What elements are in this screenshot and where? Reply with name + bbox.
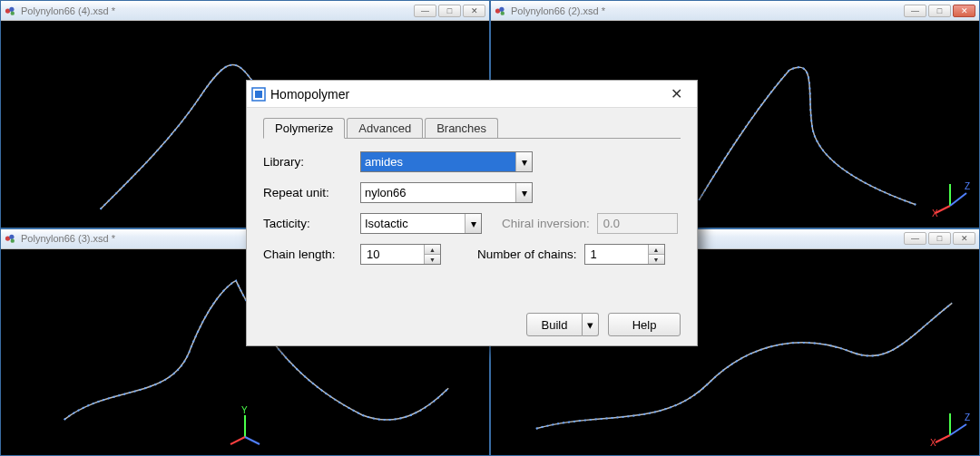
label-chiral-inversion: Chiral inversion: bbox=[502, 217, 590, 230]
repeat-unit-dropdown[interactable]: nylon66 ▾ bbox=[360, 182, 533, 203]
svg-point-1 bbox=[9, 6, 14, 11]
dialog-titlebar[interactable]: Homopolymer ✕ bbox=[247, 81, 697, 108]
build-split-button: Build ▾ bbox=[526, 313, 599, 336]
library-value: amides bbox=[361, 152, 515, 171]
label-num-chains: Number of chains: bbox=[477, 247, 577, 261]
num-chains-value[interactable]: 1 bbox=[585, 245, 648, 264]
minimize-button[interactable]: — bbox=[904, 5, 926, 17]
library-dropdown[interactable]: amides ▾ bbox=[360, 151, 533, 172]
spin-up-icon[interactable]: ▲ bbox=[649, 245, 664, 254]
viewport-titlebar[interactable]: Polynylon66 (4).xsd * — □ ✕ bbox=[1, 1, 489, 21]
svg-line-9 bbox=[950, 193, 966, 206]
svg-point-4 bbox=[499, 6, 504, 11]
svg-rect-27 bbox=[255, 91, 262, 98]
minimize-button[interactable]: — bbox=[414, 5, 436, 17]
dialog-close-button[interactable]: ✕ bbox=[661, 84, 691, 104]
svg-line-21 bbox=[936, 435, 950, 442]
chiral-inversion-field: 0.0 bbox=[597, 213, 678, 234]
minimize-button[interactable]: — bbox=[904, 232, 926, 245]
viewport-title: Polynylon66 (2).xsd * bbox=[511, 5, 902, 16]
build-dropdown-button[interactable]: ▾ bbox=[583, 313, 599, 336]
tab-strip: Polymerize Advanced Branches bbox=[263, 117, 681, 139]
tacticity-dropdown[interactable]: Isotactic ▾ bbox=[360, 213, 482, 234]
svg-point-5 bbox=[501, 11, 505, 15]
svg-text:Z: Z bbox=[965, 181, 970, 191]
chevron-down-icon[interactable]: ▾ bbox=[515, 183, 532, 202]
spin-down-icon[interactable]: ▼ bbox=[649, 254, 664, 264]
label-library: Library: bbox=[263, 155, 360, 169]
svg-point-2 bbox=[11, 11, 15, 15]
label-tacticity: Tacticity: bbox=[263, 217, 360, 230]
axis-triad: X Z bbox=[930, 408, 970, 448]
tab-advanced[interactable]: Advanced bbox=[347, 118, 423, 138]
document-icon bbox=[5, 5, 17, 17]
svg-point-12 bbox=[9, 235, 14, 239]
repeat-unit-value: nylon66 bbox=[361, 183, 515, 202]
label-repeat-unit: Repeat unit: bbox=[263, 186, 360, 199]
svg-line-24 bbox=[950, 424, 966, 435]
tacticity-value: Isotactic bbox=[361, 214, 465, 233]
document-icon bbox=[5, 232, 17, 245]
tab-polymerize[interactable]: Polymerize bbox=[263, 118, 345, 139]
chevron-down-icon[interactable]: ▾ bbox=[465, 214, 481, 233]
maximize-button[interactable]: □ bbox=[928, 232, 951, 245]
chevron-down-icon: ▾ bbox=[587, 318, 593, 332]
chain-length-spinner[interactable]: 10 ▲ ▼ bbox=[360, 244, 441, 265]
spin-up-icon[interactable]: ▲ bbox=[425, 245, 440, 254]
svg-text:Z: Z bbox=[965, 412, 970, 422]
close-button[interactable]: ✕ bbox=[463, 5, 485, 17]
axis-triad: X Z bbox=[930, 180, 970, 220]
help-button[interactable]: Help bbox=[608, 313, 681, 336]
viewport-title: Polynylon66 (4).xsd * bbox=[21, 5, 412, 16]
chevron-down-icon[interactable]: ▾ bbox=[515, 152, 532, 171]
label-chain-length: Chain length: bbox=[263, 247, 360, 261]
homopolymer-icon bbox=[250, 86, 267, 102]
svg-text:Y: Y bbox=[241, 405, 248, 415]
maximize-button[interactable]: □ bbox=[928, 5, 951, 17]
tab-page-polymerize: Library: amides ▾ Repeat unit: nylon66 ▾ bbox=[263, 139, 681, 306]
num-chains-spinner[interactable]: 1 ▲ ▼ bbox=[584, 244, 665, 265]
svg-text:X: X bbox=[932, 209, 938, 218]
svg-point-13 bbox=[11, 238, 15, 242]
build-button[interactable]: Build bbox=[526, 313, 583, 336]
dialog-title: Homopolymer bbox=[270, 87, 661, 102]
homopolymer-dialog: Homopolymer ✕ Polymerize Advanced Branch… bbox=[246, 80, 698, 346]
close-button[interactable]: ✕ bbox=[953, 5, 975, 17]
svg-line-17 bbox=[245, 437, 260, 444]
maximize-button[interactable]: □ bbox=[438, 5, 461, 17]
document-icon bbox=[495, 5, 507, 17]
svg-line-16 bbox=[230, 437, 245, 444]
chain-length-value[interactable]: 10 bbox=[361, 245, 424, 264]
spin-down-icon[interactable]: ▼ bbox=[425, 254, 440, 264]
close-button[interactable]: ✕ bbox=[953, 232, 975, 245]
tab-branches[interactable]: Branches bbox=[425, 118, 498, 138]
close-icon: ✕ bbox=[671, 85, 682, 102]
svg-text:X: X bbox=[930, 438, 936, 448]
axis-triad: Y bbox=[225, 408, 265, 448]
viewport-titlebar[interactable]: Polynylon66 (2).xsd * — □ ✕ bbox=[491, 1, 979, 21]
